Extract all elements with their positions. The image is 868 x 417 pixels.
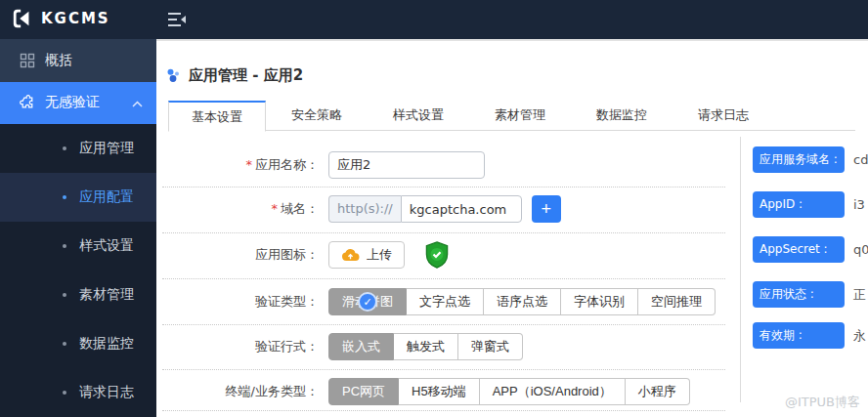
- cloud-upload-icon: [341, 248, 360, 262]
- page-title-text: 应用管理 - 应用2: [189, 66, 303, 85]
- appid-value: i3: [853, 197, 865, 212]
- app-status-label: 应用状态 :: [753, 281, 845, 308]
- segment-text-click[interactable]: 文字点选: [407, 288, 484, 315]
- form-row-captcha-type: 验证类型： 滑动拼图 ✓ 文字点选 语序点选 字体识别 空间推理: [162, 287, 729, 316]
- validity-label: 有效期 :: [753, 322, 845, 349]
- add-domain-button[interactable]: +: [532, 195, 561, 223]
- sidebar: 概括 无感验证 应用管理 应用配置 样式设置: [0, 39, 156, 417]
- grid-icon: [20, 53, 35, 68]
- watermark: @ITPUB博客: [785, 394, 860, 411]
- segment-embedded[interactable]: 嵌入式: [328, 333, 394, 360]
- form-row-app-icon: 应用图标： 上传: [162, 240, 729, 270]
- divider: [162, 278, 725, 279]
- terminal-type-group: PC网页 H5移动端 APP（iOS/Android） 小程序: [328, 378, 690, 405]
- sidebar-item-app-config[interactable]: 应用配置: [0, 173, 156, 222]
- sidebar-item-label: 请求日志: [79, 384, 134, 401]
- main-content: 应用管理 - 应用2 基本设置 安全策略 样式设置 素材管理 数据监控 请求日志…: [156, 39, 868, 417]
- sidebar-item-label: 数据监控: [79, 335, 134, 353]
- segment-pc-web[interactable]: PC网页: [328, 378, 399, 405]
- appsecret-value: q0: [853, 242, 868, 257]
- app-icon-preview: [422, 240, 452, 270]
- sidebar-item-overview[interactable]: 概括: [0, 39, 156, 82]
- vertical-divider: [740, 137, 741, 402]
- terminal-type-label: 终端/业务类型：: [162, 383, 319, 400]
- tab-data-monitor[interactable]: 数据监控: [571, 101, 673, 130]
- captcha-mode-group: 嵌入式 触发式 弹窗式: [328, 333, 523, 360]
- sidebar-item-label: 无感验证: [45, 94, 100, 111]
- sidebar-item-app-management[interactable]: 应用管理: [0, 124, 156, 173]
- bullet-dot: [63, 391, 66, 395]
- app-icon-label: 应用图标：: [162, 246, 319, 264]
- segment-h5-mobile[interactable]: H5移动端: [399, 378, 480, 405]
- info-row-validity: 有效期 : 永: [753, 322, 866, 349]
- sidebar-item-captcha[interactable]: 无感验证: [0, 82, 156, 125]
- segment-slide-puzzle[interactable]: 滑动拼图 ✓: [328, 288, 407, 315]
- sidebar-item-label: 素材管理: [79, 286, 134, 304]
- logo-icon: [12, 8, 33, 29]
- segment-app-ios-android[interactable]: APP（iOS/Android）: [480, 378, 626, 405]
- divider: [162, 187, 725, 188]
- sidebar-submenu: 应用管理 应用配置 样式设置 素材管理 数据监控 请求日志: [0, 124, 156, 417]
- sidebar-item-label: 应用配置: [79, 188, 134, 206]
- logo[interactable]: KGCMS: [12, 8, 110, 29]
- upload-button[interactable]: 上传: [328, 241, 405, 269]
- domain-label: *域名：: [162, 200, 319, 218]
- segment-mini-program[interactable]: 小程序: [626, 378, 690, 405]
- app-root: KGCMS 概括: [0, 0, 868, 417]
- domain-protocol-prefix: http(s)://: [328, 195, 401, 223]
- bullet-dot: [63, 146, 66, 150]
- segment-triggered[interactable]: 触发式: [394, 333, 458, 360]
- tab-request-log[interactable]: 请求日志: [673, 101, 774, 130]
- form-row-captcha-mode: 验证行式： 嵌入式 触发式 弹窗式: [162, 332, 729, 361]
- logo-text: KGCMS: [41, 10, 110, 27]
- captcha-type-group: 滑动拼图 ✓ 文字点选 语序点选 字体识别 空间推理: [328, 288, 716, 315]
- sidebar-item-material-management[interactable]: 素材管理: [0, 271, 156, 319]
- sidebar-fold-icon[interactable]: [166, 10, 188, 29]
- divider: [162, 232, 725, 233]
- segment-spatial-reasoning[interactable]: 空间推理: [638, 288, 716, 315]
- captcha-type-label: 验证类型：: [162, 293, 319, 311]
- info-row-service-domain: 应用服务域名 : cd: [753, 146, 868, 173]
- domain-input[interactable]: [401, 195, 522, 223]
- info-row-app-status: 应用状态 : 正: [753, 281, 866, 308]
- app-cluster-icon: [166, 68, 181, 83]
- form-row-terminal-type: 终端/业务类型： PC网页 H5移动端 APP（iOS/Android） 小程序: [162, 377, 729, 406]
- bullet-dot: [63, 195, 66, 199]
- sidebar-item-data-monitor[interactable]: 数据监控: [0, 319, 156, 368]
- upload-button-label: 上传: [367, 246, 392, 264]
- required-mark: *: [246, 157, 253, 172]
- appsecret-label: AppSecret :: [753, 236, 845, 263]
- tab-security-policy[interactable]: 安全策略: [266, 101, 368, 130]
- topbar: KGCMS: [0, 0, 868, 39]
- tab-bar: 基本设置 安全策略 样式设置 素材管理 数据监控 请求日志: [168, 101, 855, 131]
- form-row-domain: *域名： http(s):// +: [162, 194, 729, 224]
- validity-value: 永: [853, 327, 866, 345]
- divider: [162, 369, 725, 370]
- tab-basic-settings[interactable]: 基本设置: [168, 101, 266, 132]
- app-name-input[interactable]: [328, 151, 485, 179]
- tab-style-settings[interactable]: 样式设置: [368, 101, 469, 130]
- sidebar-item-request-log[interactable]: 请求日志: [0, 368, 156, 417]
- captcha-mode-label: 验证行式：: [162, 338, 319, 355]
- sidebar-item-label: 概括: [45, 52, 72, 69]
- divider: [162, 410, 725, 411]
- check-badge-icon: ✓: [358, 292, 377, 312]
- chevron-up-icon: [132, 95, 143, 110]
- sidebar-item-style-settings[interactable]: 样式设置: [0, 222, 156, 271]
- divider: [162, 324, 725, 325]
- appid-label: AppID :: [753, 191, 845, 218]
- info-row-appsecret: AppSecret : q0: [753, 236, 868, 263]
- bullet-dot: [63, 293, 66, 297]
- info-row-appid: AppID : i3: [753, 191, 865, 218]
- bullet-dot: [63, 342, 66, 346]
- shield-check-icon: [422, 240, 452, 270]
- segment-font-recognition[interactable]: 字体识别: [561, 288, 638, 315]
- puzzle-icon: [20, 95, 35, 110]
- segment-word-order-click[interactable]: 语序点选: [484, 288, 561, 315]
- service-domain-value: cd: [853, 152, 868, 167]
- app-name-label: *应用名称：: [162, 156, 319, 174]
- tab-material-management[interactable]: 素材管理: [469, 101, 571, 130]
- bullet-dot: [63, 244, 66, 248]
- page-title: 应用管理 - 应用2: [166, 66, 303, 85]
- segment-popup[interactable]: 弹窗式: [458, 333, 523, 360]
